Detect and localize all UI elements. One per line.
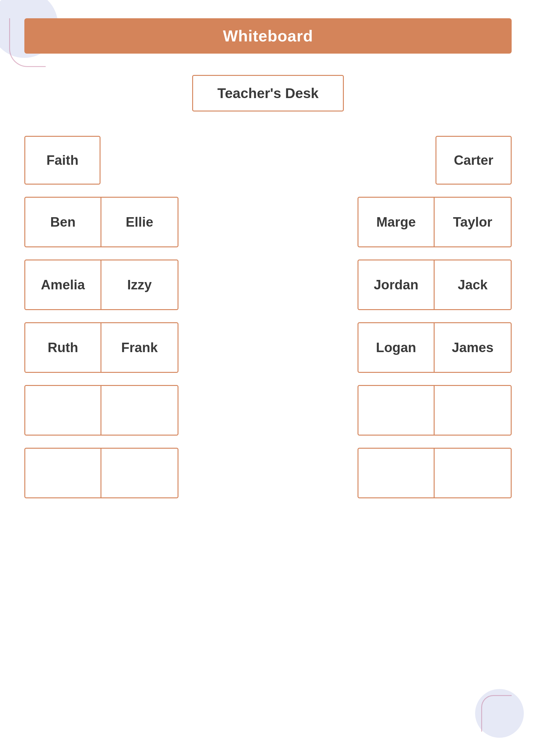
- desk-empty-5-right-1: [358, 386, 435, 435]
- desk-marge: Marge: [358, 198, 435, 246]
- main-content: Whiteboard Teacher's Desk Faith Carter B…: [0, 0, 536, 517]
- desk-group-left-2: Ben Ellie: [24, 197, 179, 247]
- desk-name-ellie: Ellie: [126, 215, 153, 230]
- whiteboard-title: Whiteboard: [223, 27, 313, 45]
- desk-name-frank: Frank: [121, 340, 158, 355]
- desk-name-ben: Ben: [50, 215, 76, 230]
- desk-ben: Ben: [25, 198, 101, 246]
- desk-group-right-4: Logan James: [357, 322, 512, 373]
- desk-empty-6-left-2: [101, 449, 178, 498]
- decorative-curve-bottom-right: [481, 695, 512, 732]
- teachers-desk-box: Teacher's Desk: [192, 75, 344, 112]
- desk-name-izzy: Izzy: [127, 277, 152, 292]
- desk-empty-6-right-1: [358, 449, 435, 498]
- desk-ruth: Ruth: [25, 323, 101, 372]
- desk-izzy: Izzy: [101, 260, 178, 309]
- desk-name-jordan: Jordan: [374, 277, 419, 292]
- desk-carter: Carter: [436, 136, 512, 185]
- desk-name-james: James: [452, 340, 493, 355]
- teachers-desk-label: Teacher's Desk: [218, 85, 318, 101]
- desk-row-2: Ben Ellie Marge Taylor: [24, 197, 512, 247]
- desk-logan: Logan: [358, 323, 435, 372]
- desk-empty-5-right-2: [435, 386, 511, 435]
- desk-taylor: Taylor: [435, 198, 511, 246]
- desk-empty-5-left-2: [101, 386, 178, 435]
- desk-empty-6-right-2: [435, 449, 511, 498]
- desk-amelia: Amelia: [25, 260, 101, 309]
- desk-jordan: Jordan: [358, 260, 435, 309]
- desk-ellie: Ellie: [101, 198, 178, 246]
- desk-faith: Faith: [24, 136, 100, 185]
- desk-name-jack: Jack: [458, 277, 487, 292]
- desk-name-marge: Marge: [376, 215, 416, 230]
- desk-row-3: Amelia Izzy Jordan Jack: [24, 259, 512, 310]
- desk-name-faith: Faith: [46, 153, 78, 168]
- desk-row-6: [24, 448, 512, 498]
- desk-group-left-6: [24, 448, 179, 498]
- desk-group-left-5: [24, 385, 179, 435]
- desk-name-carter: Carter: [454, 153, 493, 168]
- desk-empty-5-left-1: [25, 386, 101, 435]
- teachers-desk-container: Teacher's Desk: [24, 75, 512, 112]
- desk-group-right-6: [357, 448, 512, 498]
- desk-group-right-2: Marge Taylor: [357, 197, 512, 247]
- desk-row-4: Ruth Frank Logan James: [24, 322, 512, 373]
- desk-james: James: [435, 323, 511, 372]
- desk-group-right-5: [357, 385, 512, 435]
- desk-name-logan: Logan: [376, 340, 416, 355]
- seating-area: Faith Carter Ben Ellie Marge Ta: [24, 136, 512, 498]
- desk-name-ruth: Ruth: [48, 340, 78, 355]
- desk-group-left-4: Ruth Frank: [24, 322, 179, 373]
- desk-row-1: Faith Carter: [24, 136, 512, 185]
- desk-empty-6-left-1: [25, 449, 101, 498]
- whiteboard-header: Whiteboard: [24, 18, 512, 53]
- desk-frank: Frank: [101, 323, 178, 372]
- desk-group-right-3: Jordan Jack: [357, 259, 512, 310]
- desk-group-left-3: Amelia Izzy: [24, 259, 179, 310]
- desk-name-amelia: Amelia: [41, 277, 85, 292]
- desk-jack: Jack: [435, 260, 511, 309]
- desk-row-5: [24, 385, 512, 435]
- desk-name-taylor: Taylor: [453, 215, 492, 230]
